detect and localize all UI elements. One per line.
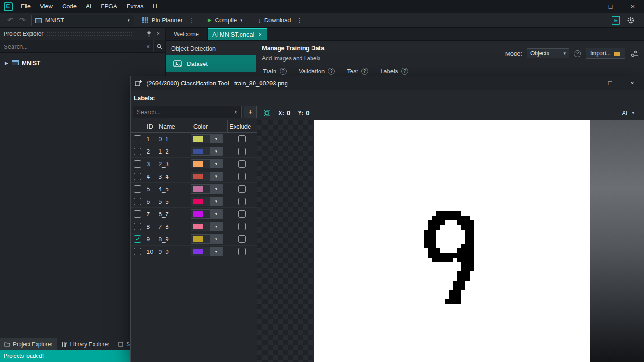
label-color-dropdown[interactable]: ▾ (191, 197, 223, 206)
labels-search-input[interactable] (133, 106, 230, 118)
download-menu-icon[interactable]: ⋮ (295, 17, 305, 24)
project-selector[interactable]: MNIST ▾ (31, 15, 134, 26)
label-select-checkbox[interactable] (134, 223, 141, 230)
undo-icon[interactable]: ↶ (5, 16, 16, 25)
label-color-dropdown[interactable]: ▾ (191, 234, 223, 244)
menu-view[interactable]: View (35, 0, 57, 13)
dock-handle[interactable] (47, 32, 133, 36)
label-exclude-checkbox[interactable] (238, 148, 246, 155)
tree-item-mnist[interactable]: ▶ MNIST (0, 58, 165, 68)
menu-help[interactable]: H (148, 0, 162, 13)
table-row[interactable]: 1 0_1 ▾ (131, 133, 257, 145)
label-select-checkbox[interactable] (134, 148, 141, 155)
tab-library-explorer[interactable]: Library Explorer (57, 338, 114, 350)
label-exclude-checkbox[interactable] (238, 173, 246, 180)
image-viewer[interactable] (257, 120, 644, 362)
dialog-minimize-button[interactable]: – (577, 77, 599, 90)
table-row[interactable]: 5 4_5 ▾ (131, 183, 257, 195)
close-button[interactable]: × (622, 0, 644, 13)
menu-fpga[interactable]: FPGA (96, 0, 121, 13)
label-color-dropdown[interactable]: ▾ (191, 147, 223, 156)
menu-extras[interactable]: Extras (122, 0, 148, 13)
close-panel-icon[interactable]: × (155, 31, 161, 37)
pin-planner-button[interactable]: Pin Planner (139, 14, 186, 26)
link-labels[interactable]: Labels ? (380, 68, 408, 75)
mode-select[interactable]: Objects ▾ (527, 48, 569, 58)
table-row[interactable]: 3 2_3 ▾ (131, 158, 257, 170)
label-exclude-checkbox[interactable] (238, 235, 246, 243)
dialog-maximize-button[interactable]: □ (599, 77, 621, 90)
label-color-dropdown[interactable]: ▾ (191, 184, 223, 194)
image-canvas[interactable] (314, 120, 591, 362)
label-color-dropdown[interactable]: ▾ (191, 172, 223, 181)
menu-code[interactable]: Code (57, 0, 81, 13)
link-test[interactable]: Test ? (347, 68, 368, 75)
table-row[interactable]: 8 7_8 ▾ (131, 220, 257, 233)
clear-search-icon[interactable]: × (142, 43, 153, 50)
filter-sliders-icon[interactable] (630, 50, 638, 57)
maximize-button[interactable]: □ (599, 0, 622, 13)
help-icon[interactable]: ? (328, 68, 335, 75)
pin-planner-menu-icon[interactable]: ⋮ (186, 17, 196, 24)
table-row[interactable]: 6 5_6 ▾ (131, 195, 257, 208)
label-select-checkbox[interactable] (134, 198, 141, 205)
add-label-button[interactable]: + (244, 106, 257, 118)
label-exclude-checkbox[interactable] (238, 135, 246, 142)
table-row[interactable]: 2 1_2 ▾ (131, 145, 257, 158)
label-exclude-checkbox[interactable] (238, 198, 246, 205)
label-color-swatch (193, 249, 203, 254)
label-color-dropdown[interactable]: ▾ (191, 222, 223, 231)
import-button[interactable]: Import... (586, 48, 625, 59)
link-train[interactable]: Train ? (263, 68, 287, 75)
explorer-search-input[interactable] (0, 40, 142, 52)
label-exclude-checkbox[interactable] (238, 248, 246, 255)
label-color-dropdown[interactable]: ▾ (191, 134, 223, 143)
label-exclude-checkbox[interactable] (238, 185, 246, 193)
menu-file[interactable]: File (16, 0, 35, 13)
table-row[interactable]: 7 6_7 ▾ (131, 208, 257, 220)
pin-icon[interactable] (147, 31, 152, 37)
compile-button[interactable]: ▶ Compile ▾ (204, 14, 246, 26)
label-select-checkbox[interactable] (134, 185, 141, 193)
help-icon[interactable]: ? (574, 50, 581, 57)
label-exclude-checkbox[interactable] (238, 223, 246, 230)
table-row[interactable]: 10 9_0 ▾ (131, 246, 257, 258)
settings-gear-icon[interactable] (627, 16, 635, 24)
table-row[interactable]: ✓ 9 8_9 ▾ (131, 233, 257, 246)
label-select-checkbox[interactable]: ✓ (134, 235, 141, 243)
label-color-dropdown[interactable]: ▾ (191, 159, 223, 168)
menu-ai[interactable]: AI (81, 0, 96, 13)
help-icon[interactable]: ? (280, 68, 287, 75)
float-panel-icon[interactable]: – (137, 31, 143, 37)
help-icon[interactable]: ? (361, 68, 368, 75)
tab-project-explorer[interactable]: Project Explorer (0, 338, 57, 350)
dataset-label: Dataset (187, 60, 208, 67)
clear-search-icon[interactable]: × (230, 109, 241, 116)
label-select-checkbox[interactable] (134, 248, 141, 255)
download-button[interactable]: ↓ Download (254, 14, 295, 26)
console-toggle-button[interactable]: E (612, 16, 620, 25)
redo-icon[interactable]: ↷ (16, 16, 28, 25)
dialog-titlebar[interactable]: (2694/3000) Classification Tool - train_… (131, 76, 644, 90)
label-color-dropdown[interactable]: ▾ (191, 209, 223, 219)
label-select-checkbox[interactable] (134, 135, 141, 142)
label-select-checkbox[interactable] (134, 210, 141, 218)
close-tab-icon[interactable]: × (258, 31, 262, 38)
label-exclude-checkbox[interactable] (238, 160, 246, 168)
ai-dropdown[interactable]: AI ▾ (622, 110, 639, 116)
label-select-checkbox[interactable] (134, 173, 141, 180)
tab-welcome[interactable]: Welcome (166, 28, 208, 40)
label-exclude-checkbox[interactable] (238, 210, 246, 218)
search-button[interactable] (153, 40, 165, 52)
minimize-button[interactable]: – (577, 0, 599, 13)
table-row[interactable]: 4 3_4 ▾ (131, 170, 257, 183)
help-icon[interactable]: ? (401, 68, 408, 75)
dialog-close-button[interactable]: × (621, 77, 644, 90)
link-validation[interactable]: Validation ? (299, 68, 335, 75)
dataset-item[interactable]: Dataset (166, 55, 256, 72)
label-select-checkbox[interactable] (134, 160, 141, 168)
tab-ai-mnist[interactable]: AI MNIST.oneai × (208, 28, 267, 40)
fit-to-view-icon[interactable] (263, 109, 271, 117)
expand-arrow-icon[interactable]: ▶ (5, 60, 8, 65)
label-color-dropdown[interactable]: ▾ (191, 247, 223, 256)
